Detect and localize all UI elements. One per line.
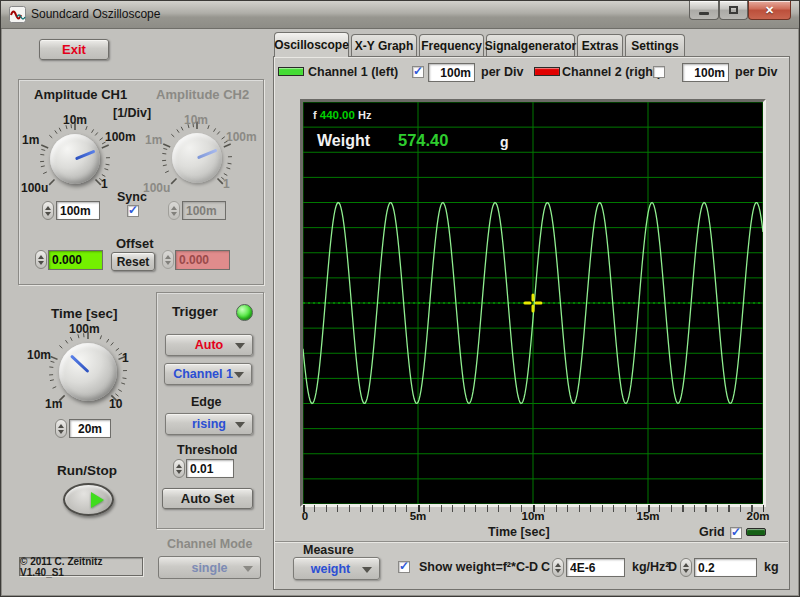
chevron-down-icon xyxy=(234,372,244,378)
window-title: Soundcard Oszilloscope xyxy=(31,7,160,21)
offset-ch2-field xyxy=(175,250,230,270)
d-coefficient-stepper[interactable] xyxy=(680,558,692,577)
measure-select[interactable]: weight xyxy=(293,557,380,580)
tab-extras[interactable]: Extras xyxy=(577,34,623,56)
offset-ch1-stepper[interactable] xyxy=(35,250,47,269)
threshold-label: Threshold xyxy=(177,443,237,457)
channel2-per-div-field[interactable] xyxy=(682,63,729,82)
x-tick-label: 15m xyxy=(636,510,659,522)
amplitude-ch1-label: Amplitude CH1 xyxy=(34,87,127,102)
channel1-per-div-field[interactable] xyxy=(428,63,475,82)
channel1-enable-checkbox[interactable]: ✓ xyxy=(412,66,424,78)
trigger-edge-select[interactable]: rising xyxy=(165,413,253,435)
amplitude-ch2-value-field xyxy=(182,201,226,220)
show-weight-checkbox[interactable]: ✓ xyxy=(398,561,410,573)
weight-label: Weight xyxy=(317,132,370,150)
x-axis-title: Time [sec] xyxy=(488,525,550,539)
d-coefficient-field[interactable] xyxy=(694,558,757,577)
x-tick-label: 10m xyxy=(521,510,544,522)
offset-ch2-stepper xyxy=(162,250,174,269)
channel2-label: Channel 2 (right) xyxy=(562,65,661,79)
knob-pointer xyxy=(69,354,89,373)
knob-tick-label: 100u xyxy=(143,181,170,195)
d-coefficient-label: D xyxy=(668,560,677,574)
knob-tick-label: 1 xyxy=(122,351,129,365)
knob-tick-label: 1m xyxy=(22,133,39,147)
channel2-per-div-label: per Div xyxy=(735,65,777,79)
c-coefficient-field[interactable] xyxy=(566,558,625,577)
auto-set-button[interactable]: Auto Set xyxy=(162,488,253,509)
x-tick-label: 5m xyxy=(410,510,427,522)
edge-label: Edge xyxy=(191,395,222,409)
threshold-field[interactable] xyxy=(186,459,234,478)
knob-tick-label: 10m xyxy=(184,113,208,127)
check-icon: ✓ xyxy=(128,203,138,217)
knob-tick-label: 10m xyxy=(63,113,87,127)
time-label: Time [sec] xyxy=(51,306,118,321)
knob-tick-label: 1 xyxy=(101,177,108,191)
close-button[interactable]: ✕ xyxy=(748,1,791,20)
c-coefficient-label: C xyxy=(541,560,550,574)
threshold-stepper[interactable] xyxy=(173,459,185,478)
chevron-down-icon xyxy=(362,567,372,573)
offset-ch1-field[interactable] xyxy=(48,250,103,270)
offset-label: Offset xyxy=(116,236,154,251)
x-tick-label: 0 xyxy=(302,510,308,522)
trigger-led xyxy=(236,304,253,321)
minimize-button[interactable] xyxy=(689,1,719,20)
exit-button[interactable]: Exit xyxy=(39,39,109,60)
weight-value: 574.40 xyxy=(398,131,448,150)
channel1-color-swatch xyxy=(278,67,304,76)
scope-display[interactable]: f 440.00 Hz Weight 574.40 g xyxy=(300,99,766,507)
knob-tick-label: 100m xyxy=(69,322,100,336)
c-coefficient-stepper[interactable] xyxy=(552,558,564,577)
grid-label: Grid xyxy=(699,525,725,539)
knob-tick-label: 100u xyxy=(21,181,48,195)
d-unit-label: kg xyxy=(764,560,779,574)
frequency-value: 440.00 xyxy=(320,109,355,121)
chevron-down-icon xyxy=(243,566,253,572)
channel1-label: Channel 1 (left) xyxy=(308,65,398,79)
app-icon xyxy=(9,6,26,23)
amplitude-ch1-value-field[interactable] xyxy=(56,201,100,220)
tab-frequency[interactable]: Frequency xyxy=(419,34,484,56)
close-icon: ✕ xyxy=(765,4,774,17)
per-div-unit-label: [1/Div] xyxy=(113,106,151,120)
knob-pointer xyxy=(74,150,95,161)
sync-checkbox[interactable]: ✓ xyxy=(127,205,139,217)
amplitude-ch2-label: Amplitude CH2 xyxy=(156,87,249,102)
amplitude-ch1-stepper[interactable] xyxy=(42,201,54,220)
knob-tick-label: 100m xyxy=(105,130,136,144)
grid-color-swatch xyxy=(746,528,766,536)
knob-pointer xyxy=(196,149,217,160)
titlebar[interactable]: Soundcard Oszilloscope ✕ xyxy=(1,1,800,29)
tab-signalgenerator[interactable]: Signalgenerator xyxy=(486,34,575,56)
time-stepper[interactable] xyxy=(55,419,67,438)
maximize-button[interactable] xyxy=(719,1,748,20)
channel1-per-div-label: per Div xyxy=(481,65,523,79)
minimize-icon xyxy=(699,12,709,15)
c-unit-label: kg/Hz² xyxy=(632,560,670,574)
trigger-source-select[interactable]: Channel 1 xyxy=(164,363,252,385)
tab-oscilloscope[interactable]: Oscilloscope xyxy=(274,32,349,57)
measure-label: Measure xyxy=(303,543,354,557)
grid-checkbox[interactable]: ✓ xyxy=(730,527,742,539)
run-stop-label: Run/Stop xyxy=(57,463,117,478)
copyright-box: © 2011 C. Zeitnitz V1.40_S1 xyxy=(19,557,143,576)
maximize-icon xyxy=(729,6,738,14)
tab-settings[interactable]: Settings xyxy=(625,34,685,56)
knob-tick-label: 1m xyxy=(45,397,62,411)
channel-mode-select: single xyxy=(158,556,261,579)
chevron-down-icon xyxy=(235,343,245,349)
time-value-field[interactable] xyxy=(69,419,111,438)
knob-tick-label: 1m xyxy=(145,133,162,147)
tab-xy-graph[interactable]: X-Y Graph xyxy=(351,34,417,56)
check-icon: ✓ xyxy=(731,525,741,539)
trigger-mode-select[interactable]: Auto xyxy=(165,334,253,356)
run-stop-button[interactable] xyxy=(63,483,114,516)
weight-unit: g xyxy=(500,134,509,150)
knob-tick-label: 10m xyxy=(27,348,51,362)
x-tick-label: 20m xyxy=(746,510,769,522)
offset-reset-button[interactable]: Reset xyxy=(111,252,155,271)
channel2-enable-checkbox[interactable] xyxy=(653,66,665,78)
